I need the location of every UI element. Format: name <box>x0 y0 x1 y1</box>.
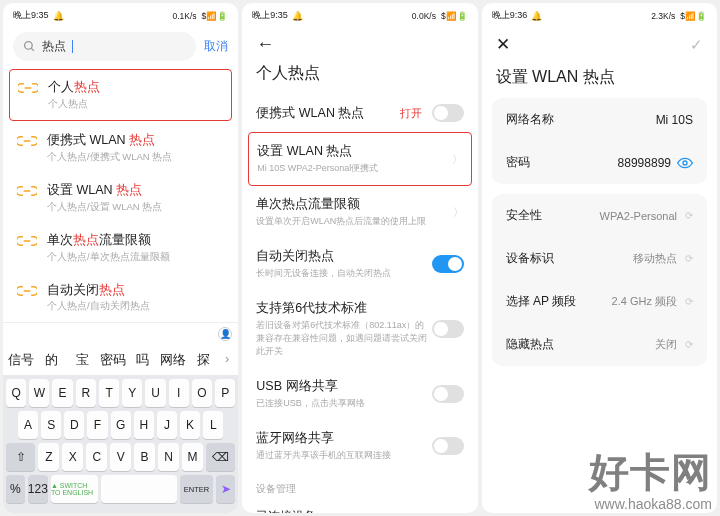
cancel-button[interactable]: 取消 <box>204 38 228 55</box>
key-switch-lang[interactable]: ▲ SWITCH TO ENGLISH <box>51 475 98 503</box>
toggle[interactable] <box>432 255 464 273</box>
key-y[interactable]: Y <box>122 379 142 407</box>
row-label: 设备标识 <box>506 250 554 267</box>
config-row[interactable]: 选择 AP 频段2.4 GHz 频段⟳ <box>492 280 707 323</box>
config-row[interactable]: 安全性WPA2-Personal⟳ <box>492 194 707 237</box>
config-row[interactable]: 网络名称Mi 10S <box>492 98 707 141</box>
key-u[interactable]: U <box>145 379 165 407</box>
search-row: 热点 取消 <box>3 26 238 67</box>
key-j[interactable]: J <box>157 411 177 439</box>
key-send[interactable]: ➤ <box>216 475 235 503</box>
key-x[interactable]: X <box>62 443 83 471</box>
key-backspace[interactable]: ⌫ <box>206 443 235 471</box>
page-title: 个人热点 <box>256 63 463 84</box>
connected-devices-row[interactable]: 已连接设备暂未已连设备个人热点已停用 〉 <box>248 498 471 513</box>
settings-row[interactable]: 设置 WLAN 热点Mi 10S WPA2-Personal便携式〉 <box>248 132 471 186</box>
row-label: 隐藏热点 <box>506 336 554 353</box>
settings-row[interactable]: 单次热点流量限额设置单次开启WLAN热点后流量的使用上限〉 <box>248 186 471 238</box>
row-value: Mi 10S <box>656 113 693 127</box>
svg-point-0 <box>25 42 33 50</box>
search-result-item[interactable]: 设置 WLAN 热点个人热点/设置 WLAN 热点 <box>9 173 232 223</box>
candidate[interactable]: 信号 <box>7 351 35 369</box>
key-r[interactable]: R <box>76 379 96 407</box>
settings-row[interactable]: 蓝牙网络共享通过蓝牙共享该手机的互联网连接 <box>248 420 471 472</box>
key-a[interactable]: A <box>18 411 38 439</box>
candidate[interactable]: 探 <box>190 351 218 369</box>
confirm-button[interactable]: ✓ <box>690 36 703 54</box>
settings-row[interactable]: USB 网络共享已连接USB，点击共享网络 <box>248 368 471 420</box>
search-result-item[interactable]: 便携式 WLAN 热点个人热点/便携式 WLAN 热点 <box>9 123 232 173</box>
row-value: WPA2-Personal⟳ <box>600 210 693 222</box>
row-subtitle: 长时间无设备连接，自动关闭热点 <box>256 267 431 280</box>
candidate[interactable]: 的 <box>37 351 65 369</box>
settings-row[interactable]: 支持第6代技术标准若旧设备对第6代技术标准（802.11ax）的兼容存在兼容性问… <box>248 290 471 368</box>
key-q[interactable]: Q <box>6 379 26 407</box>
chevron-right-icon: 〉 <box>452 152 463 167</box>
config-row[interactable]: 设备标识移动热点⟳ <box>492 237 707 280</box>
key-o[interactable]: O <box>192 379 212 407</box>
toggle[interactable] <box>432 104 464 122</box>
toggle[interactable] <box>432 437 464 455</box>
config-list: 网络名称Mi 10S密码88998899 安全性WPA2-Personal⟳设备… <box>482 98 717 376</box>
row-title: 蓝牙网络共享 <box>256 430 431 447</box>
close-button[interactable]: ✕ <box>496 34 510 55</box>
candidate-more[interactable]: › <box>220 351 234 369</box>
key-t[interactable]: T <box>99 379 119 407</box>
search-result-item[interactable]: 单次热点流量限额个人热点/单次热点流量限额 <box>9 223 232 273</box>
settings-row[interactable]: 便携式 WLAN 热点打开 <box>248 94 471 132</box>
key-s[interactable]: S <box>41 411 61 439</box>
key-w[interactable]: W <box>29 379 49 407</box>
keyboard-hint-icon[interactable]: 👤 <box>218 327 232 341</box>
key-z[interactable]: Z <box>38 443 59 471</box>
row-title: 单次热点流量限额 <box>256 196 452 213</box>
key-sym[interactable]: % <box>6 475 25 503</box>
toggle[interactable] <box>432 385 464 403</box>
header: ✕ ✓ <box>482 26 717 63</box>
key-c[interactable]: C <box>86 443 107 471</box>
key-v[interactable]: V <box>110 443 131 471</box>
key-shift[interactable]: ⇧ <box>6 443 35 471</box>
svg-line-1 <box>31 48 34 51</box>
phone-wlan-config: 晚上9:36🔔 2.3K/s$📶🔋 ✕ ✓ 设置 WLAN 热点 网络名称Mi … <box>482 3 717 513</box>
key-k[interactable]: K <box>180 411 200 439</box>
key-n[interactable]: N <box>158 443 179 471</box>
page-title: 设置 WLAN 热点 <box>482 63 717 98</box>
key-p[interactable]: P <box>215 379 235 407</box>
key-d[interactable]: D <box>64 411 84 439</box>
key-enter[interactable]: ENTER <box>180 475 214 503</box>
key-i[interactable]: I <box>169 379 189 407</box>
candidate[interactable]: 密码 <box>98 351 126 369</box>
toggle[interactable] <box>432 320 464 338</box>
key-e[interactable]: E <box>52 379 72 407</box>
key-f[interactable]: F <box>87 411 107 439</box>
key-space[interactable] <box>101 475 176 503</box>
key-h[interactable]: H <box>134 411 154 439</box>
search-result-item[interactable]: 个人热点个人热点 <box>9 69 232 121</box>
result-title: 便携式 WLAN 热点 <box>47 132 224 149</box>
open-label: 打开 <box>400 106 422 121</box>
config-row[interactable]: 密码88998899 <box>492 141 707 184</box>
key-123[interactable]: 123 <box>28 475 48 503</box>
back-button[interactable]: ← <box>256 34 463 55</box>
config-row[interactable]: 隐藏热点关闭⟳ <box>492 323 707 366</box>
key-b[interactable]: B <box>134 443 155 471</box>
search-input[interactable]: 热点 <box>13 32 196 61</box>
candidate[interactable]: 网络 <box>159 351 187 369</box>
phone-hotspot: 晚上9:35🔔 0.0K/s$📶🔋 ← 个人热点 便携式 WLAN 热点打开设置… <box>242 3 477 513</box>
eye-icon[interactable] <box>677 155 693 171</box>
candidate[interactable]: 吗 <box>129 351 157 369</box>
result-title: 设置 WLAN 热点 <box>47 182 224 199</box>
search-result-item[interactable]: 自动关闭热点个人热点/自动关闭热点 <box>9 273 232 323</box>
key-g[interactable]: G <box>111 411 131 439</box>
link-icon <box>17 234 37 248</box>
key-m[interactable]: M <box>182 443 203 471</box>
search-query: 热点 <box>42 38 66 55</box>
result-path: 个人热点/便携式 WLAN 热点 <box>47 151 224 164</box>
settings-row[interactable]: 自动关闭热点长时间无设备连接，自动关闭热点 <box>248 238 471 290</box>
phone-search: 晚上9:35🔔 0.1K/s$📶🔋 热点 取消 个人热点个人热点便携式 WLAN… <box>3 3 238 513</box>
settings-list: 便携式 WLAN 热点打开设置 WLAN 热点Mi 10S WPA2-Perso… <box>242 94 477 513</box>
key-l[interactable]: L <box>203 411 223 439</box>
candidate[interactable]: 宝 <box>68 351 96 369</box>
search-results: 个人热点个人热点便携式 WLAN 热点个人热点/便携式 WLAN 热点设置 WL… <box>3 67 238 322</box>
row-subtitle: 若旧设备对第6代技术标准（802.11ax）的兼容存在兼容性问题，如遇问题请尝试… <box>256 319 431 358</box>
